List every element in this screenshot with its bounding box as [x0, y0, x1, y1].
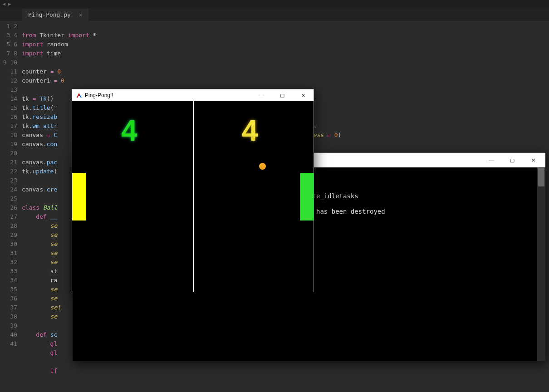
tk-icon [76, 92, 82, 98]
minimize-button[interactable]: — [251, 89, 272, 101]
ball [259, 163, 266, 170]
console-scrollbar[interactable] [537, 167, 545, 361]
game-window: Ping-Pong!! — ▢ ✕ 4 4 [72, 89, 314, 292]
center-net [193, 101, 194, 292]
minimize-button[interactable]: — [481, 153, 502, 167]
maximize-button[interactable]: ▢ [502, 153, 523, 167]
game-canvas[interactable]: 4 4 [72, 101, 314, 292]
close-button[interactable]: ✕ [523, 153, 544, 167]
game-title: Ping-Pong!! [85, 92, 251, 98]
tab-label: Ping-Pong.py [28, 11, 71, 18]
tab-ping-pong[interactable]: Ping-Pong.py × [22, 9, 88, 21]
close-icon[interactable]: × [79, 12, 82, 18]
paddle-right [300, 173, 314, 220]
game-titlebar[interactable]: Ping-Pong!! — ▢ ✕ [72, 89, 314, 101]
score-left: 4 [121, 114, 137, 147]
nav-back-icon[interactable]: ◀ [3, 2, 5, 6]
line-gutter: 1 2 3 4 5 6 7 8 9 10 11 12 13 14 15 16 1… [0, 21, 22, 392]
editor-titlebar: ◀ ▶ [0, 0, 549, 8]
nav-fwd-icon[interactable]: ▶ [8, 2, 11, 6]
maximize-button[interactable]: ▢ [272, 89, 293, 101]
close-button[interactable]: ✕ [293, 89, 314, 101]
score-right: 4 [242, 114, 258, 147]
scroll-thumb[interactable] [538, 168, 544, 186]
paddle-left [72, 173, 86, 220]
tab-strip: Ping-Pong.py × [0, 8, 549, 21]
